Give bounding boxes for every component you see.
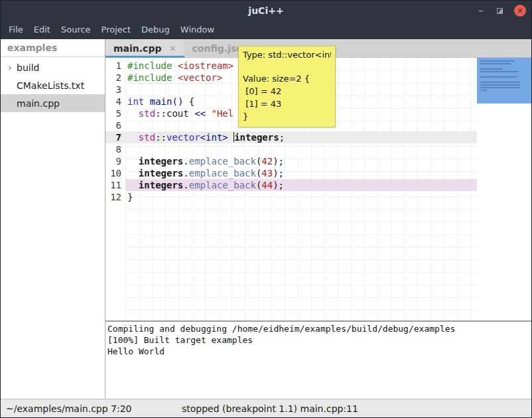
code-token: [127, 180, 139, 190]
code-token: integers: [139, 168, 183, 178]
menu-item-edit[interactable]: Edit: [29, 25, 56, 35]
code-token: "Hel: [211, 108, 233, 119]
tab-close-icon[interactable]: ×: [169, 44, 176, 53]
minimap-code-preview: [480, 87, 520, 88]
minimap-code-preview: [480, 71, 519, 72]
editor-column: main.cpp×config.json 1#include <iostream…: [105, 39, 531, 399]
minimap[interactable]: [477, 58, 531, 320]
status-bar: ~/examples/main.cpp 7:20 stopped (breakp…: [1, 399, 531, 417]
code-token: [127, 156, 139, 167]
build-output-terminal[interactable]: Compiling and debugging /home/eidheim/ex…: [105, 320, 531, 399]
minimap-code-preview: [480, 68, 503, 70]
window-title: juCi++: [1, 5, 531, 16]
minimap-code-preview: [480, 60, 515, 62]
code-token: [172, 60, 177, 71]
tooltip-value-line: [0] = 42: [243, 85, 331, 98]
main-area: examples ›buildCMakeLists.txtmain.cpp ma…: [1, 39, 531, 399]
code-token: integers: [139, 156, 183, 167]
code-token: );: [273, 180, 284, 190]
status-file-position: ~/examples/main.cpp 7:20: [6, 403, 132, 414]
code-token: 42: [261, 156, 273, 167]
tab-main-cpp[interactable]: main.cpp×: [105, 39, 184, 57]
code-token: [127, 108, 139, 119]
code-line-12[interactable]: 12}: [105, 191, 477, 203]
code-token: [144, 96, 149, 107]
tooltip-type-line: Type: std::vector<int>: [243, 50, 331, 60]
code-token: main(): [150, 96, 184, 107]
terminal-line: Compiling and debugging /home/eidheim/ex…: [107, 323, 531, 334]
code-text: [125, 143, 477, 155]
code-text: std::vector<int> integers;: [125, 131, 477, 143]
menu-item-project[interactable]: Project: [96, 25, 136, 35]
code-token: <vector>: [178, 72, 222, 83]
code-token: #include: [127, 72, 172, 83]
code-token: [228, 132, 233, 143]
tooltip-value-block: Value: size=2 { [0] = 42 [1] = 43}: [243, 72, 331, 123]
minimap-slider[interactable]: [477, 58, 531, 104]
tooltip-value-line: }: [243, 110, 331, 123]
code-token: .: [183, 156, 188, 167]
code-token: emplace_back: [189, 168, 256, 178]
code-line-8[interactable]: 8: [105, 143, 477, 155]
code-token: emplace_back: [189, 156, 256, 167]
code-token: ::cout: [155, 108, 194, 119]
minimap-code-preview: [480, 84, 520, 86]
line-number: 11: [105, 179, 125, 191]
code-token: [127, 132, 139, 143]
debug-value-tooltip: Type: std::vector<int> Value: size=2 { […: [238, 46, 336, 127]
tooltip-value-line: Value: size=2 {: [243, 72, 331, 85]
code-token: emplace_back: [189, 180, 256, 190]
code-token: );: [273, 168, 284, 178]
code-token: 43: [261, 168, 273, 178]
code-line-11[interactable]: 11 integers.emplace_back(44);: [105, 179, 477, 191]
line-number: 3: [105, 84, 125, 96]
code-token: }: [127, 192, 133, 202]
menu-item-window[interactable]: Window: [175, 25, 220, 35]
code-token: <<: [194, 108, 206, 119]
code-token: <iostream>: [178, 60, 233, 71]
code-token: );: [273, 156, 284, 167]
sidebar-item-main-cpp[interactable]: main.cpp: [1, 94, 105, 112]
code-line-7[interactable]: 7 std::vector<int> integers;: [105, 131, 477, 143]
minimap-code-preview: [480, 76, 517, 78]
sidebar-item-cmakelists-txt[interactable]: CMakeLists.txt: [1, 76, 105, 94]
code-line-10[interactable]: 10 integers.emplace_back(43);: [105, 167, 477, 179]
line-number: 2: [105, 72, 125, 84]
tree-item-label: main.cpp: [17, 98, 60, 109]
line-number: 10: [105, 167, 125, 179]
minimize-icon[interactable]: –: [476, 7, 486, 14]
maximize-icon[interactable]: [497, 8, 503, 14]
code-token: vector: [166, 132, 200, 143]
code-token: #include: [127, 60, 172, 71]
tree-item-label: CMakeLists.txt: [17, 80, 84, 91]
line-number: 1: [105, 60, 125, 72]
sidebar-item-build[interactable]: ›build: [1, 58, 105, 76]
window-controls: – ✕: [476, 1, 526, 21]
menu-item-source[interactable]: Source: [56, 25, 96, 35]
menu-item-file[interactable]: File: [3, 25, 29, 35]
minimap-code-preview: [480, 90, 487, 91]
code-token: .: [183, 168, 188, 178]
tooltip-value-line: [1] = 43: [243, 98, 331, 110]
menu-item-debug[interactable]: Debug: [136, 25, 175, 35]
code-token: [172, 72, 177, 83]
minimap-code-preview: [480, 82, 520, 83]
line-number: 8: [105, 143, 125, 155]
code-token: integers: [139, 180, 183, 190]
expander-chevron-icon[interactable]: ›: [5, 63, 15, 72]
code-token: ;: [279, 132, 285, 143]
code-token: ::: [155, 132, 166, 143]
minimap-code-preview: [480, 63, 511, 64]
code-token: .: [183, 180, 188, 190]
code-line-9[interactable]: 9 integers.emplace_back(42);: [105, 155, 477, 167]
line-number: 5: [105, 107, 125, 119]
line-number: 12: [105, 191, 125, 203]
line-number: 6: [105, 119, 125, 131]
close-icon[interactable]: ✕: [514, 5, 526, 17]
code-text: }: [125, 191, 477, 203]
app-window: juCi++ – ✕ FileEditSourceProjectDebugWin…: [0, 0, 532, 418]
title-bar: juCi++ – ✕: [1, 1, 531, 21]
status-debug-state: stopped (breakpoint 1.1) main.cpp:11: [182, 403, 358, 414]
code-token: [127, 168, 139, 178]
code-token: int: [127, 96, 144, 107]
